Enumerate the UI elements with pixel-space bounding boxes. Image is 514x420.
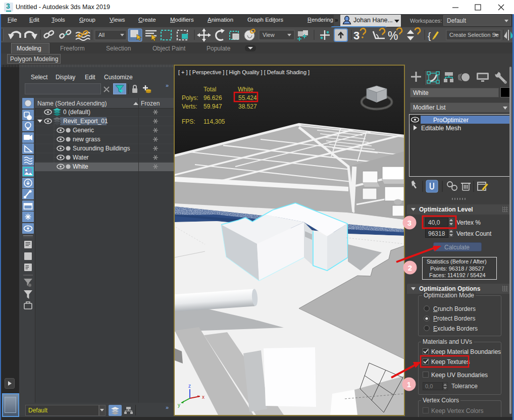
svg-text:{: { — [428, 30, 431, 41]
svg-text:Water: Water — [73, 154, 89, 161]
svg-text:y: y — [178, 402, 180, 408]
svg-text:96.626: 96.626 — [203, 94, 222, 101]
svg-text:Polys:: Polys: — [182, 94, 198, 101]
svg-text:White: White — [238, 86, 253, 93]
svg-text:Generic: Generic — [73, 127, 94, 134]
svg-text:38.527: 38.527 — [238, 103, 257, 110]
svg-text:x: x — [202, 394, 204, 400]
svg-text:55.424: 55.424 — [238, 94, 257, 101]
svg-text:Create Selection Se: Create Selection Se — [449, 32, 499, 38]
svg-text:new grass: new grass — [73, 136, 100, 143]
svg-text:z: z — [188, 383, 191, 389]
svg-text:59.947: 59.947 — [203, 103, 222, 110]
svg-text:114,305: 114,305 — [203, 118, 225, 125]
svg-text:Surounding Buildings: Surounding Buildings — [73, 145, 130, 152]
svg-text:[ + ] [ Perspective ] [ High Q: [ + ] [ Perspective ] [ High Quality ] [… — [178, 69, 310, 75]
svg-text:All: All — [98, 32, 105, 38]
svg-text:White: White — [73, 163, 88, 170]
svg-text:0 (default): 0 (default) — [63, 109, 90, 116]
svg-text:Total: Total — [203, 86, 216, 93]
svg-text:FPS:: FPS: — [182, 118, 195, 125]
svg-text:3: 3 — [353, 29, 359, 42]
svg-text:Revit_Export_01: Revit_Export_01 — [63, 118, 108, 125]
svg-text:View: View — [263, 32, 275, 38]
svg-text:%: % — [388, 29, 398, 42]
svg-text:Verts:: Verts: — [182, 103, 197, 110]
